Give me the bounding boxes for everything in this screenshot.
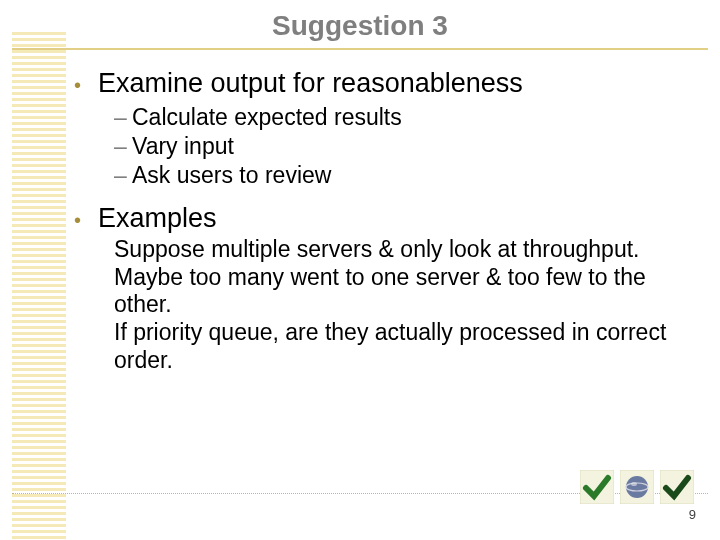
bullet-text: Examine output for reasonableness bbox=[98, 68, 523, 99]
svg-point-2 bbox=[626, 476, 648, 498]
sub-marker: – bbox=[114, 161, 132, 190]
logo-cluster bbox=[580, 470, 694, 504]
sub-text: Ask users to review bbox=[132, 161, 331, 190]
svg-point-4 bbox=[631, 482, 637, 486]
bullet-marker: • bbox=[74, 74, 98, 97]
slide-title: Suggestion 3 bbox=[0, 0, 720, 48]
bullet-text: Examples bbox=[98, 203, 217, 234]
checkmark-dark-logo-icon bbox=[660, 470, 694, 504]
sub-item: – Ask users to review bbox=[114, 161, 690, 190]
sub-text: Vary input bbox=[132, 132, 234, 161]
sub-marker: – bbox=[114, 103, 132, 132]
paragraph: If priority queue, are they actually pro… bbox=[114, 319, 690, 374]
checkmark-logo-icon bbox=[580, 470, 614, 504]
slide-content: • Examine output for reasonableness – Ca… bbox=[0, 48, 720, 374]
sphere-logo-icon bbox=[620, 470, 654, 504]
bullet-marker: • bbox=[74, 209, 98, 232]
sub-item: – Vary input bbox=[114, 132, 690, 161]
sub-list: – Calculate expected results – Vary inpu… bbox=[114, 103, 690, 189]
bullet-item: • Examine output for reasonableness bbox=[74, 68, 690, 99]
paragraph: Suppose multiple servers & only look at … bbox=[114, 236, 690, 319]
page-number: 9 bbox=[689, 507, 696, 522]
sub-text: Calculate expected results bbox=[132, 103, 402, 132]
sub-marker: – bbox=[114, 132, 132, 161]
bullet-item: • Examples bbox=[74, 203, 690, 234]
sub-item: – Calculate expected results bbox=[114, 103, 690, 132]
